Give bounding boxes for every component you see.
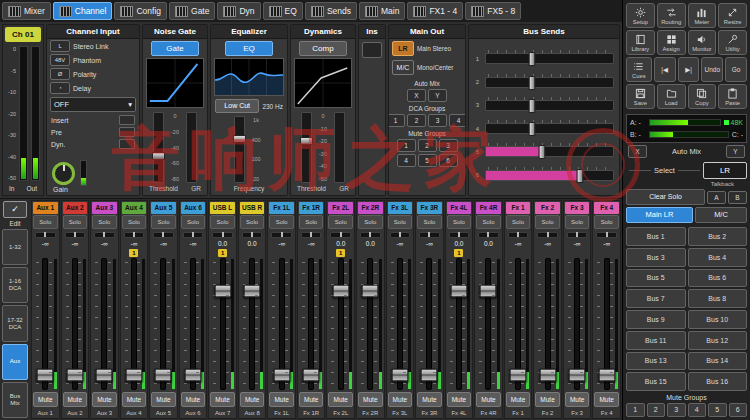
layer-button-1-32[interactable]: 1-32 bbox=[2, 229, 28, 265]
fader[interactable] bbox=[211, 257, 234, 391]
strip-name-chip[interactable]: Fx 4 bbox=[594, 202, 619, 214]
strip-name-chip[interactable]: Fx 3L bbox=[388, 202, 413, 214]
dca-group-4-button[interactable]: 4 bbox=[449, 114, 466, 127]
edit-button[interactable]: ✓ bbox=[3, 201, 27, 218]
mute-group-5-button[interactable]: 5 bbox=[418, 154, 437, 167]
pan-slider[interactable] bbox=[153, 232, 174, 238]
fader-track[interactable] bbox=[221, 259, 225, 389]
pan-slider[interactable] bbox=[183, 232, 204, 238]
pan-slider[interactable] bbox=[419, 232, 440, 238]
utility-button[interactable]: Utility bbox=[718, 30, 747, 55]
fader[interactable] bbox=[477, 257, 500, 391]
pan-slider[interactable] bbox=[596, 232, 617, 238]
bus-select-bus-11[interactable]: Bus 11 bbox=[626, 331, 686, 350]
fader-track[interactable] bbox=[457, 259, 461, 389]
phantom-button[interactable]: 48V bbox=[50, 54, 70, 66]
mute-button[interactable]: Mute bbox=[151, 392, 176, 407]
tab-channel[interactable]: Channel bbox=[53, 2, 113, 20]
fader[interactable] bbox=[241, 257, 264, 391]
bus-select-bus-8[interactable]: Bus 8 bbox=[688, 289, 748, 308]
fader[interactable] bbox=[389, 257, 412, 391]
fader-cap[interactable] bbox=[421, 368, 438, 381]
fader-cap[interactable] bbox=[96, 368, 113, 381]
strip-name-chip[interactable]: USB R bbox=[240, 202, 265, 214]
comp-threshold-slider[interactable] bbox=[301, 112, 312, 183]
mute-button[interactable]: Mute bbox=[506, 392, 531, 407]
bus-send-cap[interactable] bbox=[576, 169, 583, 183]
pan-slider[interactable] bbox=[301, 232, 322, 238]
mute-button[interactable]: Mute bbox=[328, 392, 353, 407]
selected-output-indicator[interactable]: LR bbox=[703, 162, 747, 179]
bus-send-cap[interactable] bbox=[528, 99, 535, 113]
pan-slider[interactable] bbox=[508, 232, 529, 238]
dca-group-1-button[interactable]: 1 bbox=[388, 114, 405, 127]
strip-name-chip[interactable]: Aux 2 bbox=[63, 202, 88, 214]
strip-name-chip[interactable]: Aux 5 bbox=[151, 202, 176, 214]
fader-cap[interactable] bbox=[155, 368, 172, 381]
mute-button[interactable]: Mute bbox=[63, 392, 88, 407]
fader-cap[interactable] bbox=[303, 368, 320, 381]
bus-send-fader[interactable] bbox=[485, 77, 614, 88]
insert-slot-button[interactable] bbox=[362, 42, 382, 58]
strip-name-chip[interactable]: Fx 2 bbox=[535, 202, 560, 214]
solo-button[interactable]: Solo bbox=[63, 215, 88, 229]
pan-slider[interactable] bbox=[242, 232, 263, 238]
pan-slider[interactable] bbox=[35, 232, 56, 238]
channel-name-badge[interactable]: Ch 01 bbox=[5, 27, 41, 42]
pan-slider[interactable] bbox=[567, 232, 588, 238]
mute-button[interactable]: Mute bbox=[476, 392, 501, 407]
cues-button[interactable]: Cues bbox=[626, 57, 652, 82]
mute-button[interactable]: Mute bbox=[181, 392, 206, 407]
strip-name-chip[interactable]: Fx 1 bbox=[506, 202, 531, 214]
mute-button[interactable]: Mute bbox=[33, 392, 58, 407]
right-mute-group-2-button[interactable]: 2 bbox=[647, 403, 666, 417]
gate-enable-button[interactable]: Gate bbox=[151, 41, 199, 56]
pan-slider[interactable] bbox=[124, 232, 145, 238]
solo-button[interactable]: Solo bbox=[565, 215, 590, 229]
bus-select-bus-5[interactable]: Bus 5 bbox=[626, 269, 686, 288]
solo-button[interactable]: Solo bbox=[181, 215, 206, 229]
pan-slider[interactable] bbox=[330, 232, 351, 238]
bus-select-bus-16[interactable]: Bus 16 bbox=[688, 372, 748, 391]
layer-button-1-16[interactable]: 1-16DCA bbox=[2, 267, 28, 303]
pan-slider[interactable] bbox=[271, 232, 292, 238]
mute-button[interactable]: Mute bbox=[565, 392, 590, 407]
strip-name-chip[interactable]: Aux 4 bbox=[122, 202, 147, 214]
undo-button[interactable]: Undo bbox=[701, 57, 723, 82]
resize-button[interactable]: Resize bbox=[718, 3, 747, 28]
bus-send-cap[interactable] bbox=[528, 122, 535, 136]
bus-send-fader[interactable] bbox=[485, 170, 614, 181]
automix-x-button[interactable]: X bbox=[628, 145, 647, 158]
solo-button[interactable]: Solo bbox=[328, 215, 353, 229]
fader[interactable] bbox=[182, 257, 205, 391]
tab-gate[interactable]: Gate bbox=[169, 2, 215, 20]
right-mute-group-3-button[interactable]: 3 bbox=[667, 403, 686, 417]
load-button[interactable]: Load bbox=[657, 84, 686, 109]
go-button[interactable]: Go bbox=[725, 57, 747, 82]
bus-send-cap[interactable] bbox=[528, 76, 535, 90]
fader[interactable] bbox=[123, 257, 146, 391]
strip-name-chip[interactable]: Fx 1L bbox=[269, 202, 294, 214]
mute-group-3-button[interactable]: 3 bbox=[439, 139, 458, 152]
fader[interactable] bbox=[359, 257, 382, 391]
fader[interactable] bbox=[418, 257, 441, 391]
mute-button[interactable]: Mute bbox=[210, 392, 235, 407]
bus-select-bus-1[interactable]: Bus 1 bbox=[626, 227, 686, 246]
previous-cue-button[interactable]: |◀ bbox=[654, 57, 676, 82]
right-mute-group-4-button[interactable]: 4 bbox=[688, 403, 707, 417]
frequency-cap[interactable] bbox=[233, 135, 246, 143]
tab-eq[interactable]: EQ bbox=[263, 2, 303, 20]
fader-cap[interactable] bbox=[450, 284, 467, 297]
pan-slider[interactable] bbox=[537, 232, 558, 238]
solo-button[interactable]: Solo bbox=[447, 215, 472, 229]
strip-name-chip[interactable]: Aux 3 bbox=[92, 202, 117, 214]
mute-button[interactable]: Mute bbox=[92, 392, 117, 407]
solo-button[interactable]: Solo bbox=[210, 215, 235, 229]
frequency-slider[interactable] bbox=[234, 116, 245, 183]
mute-group-2-button[interactable]: 2 bbox=[418, 139, 437, 152]
mute-button[interactable]: Mute bbox=[447, 392, 472, 407]
strip-name-chip[interactable]: Aux 6 bbox=[181, 202, 206, 214]
pre-toggle[interactable] bbox=[119, 127, 135, 137]
fader-cap[interactable] bbox=[185, 368, 202, 381]
mute-button[interactable]: Mute bbox=[594, 392, 619, 407]
